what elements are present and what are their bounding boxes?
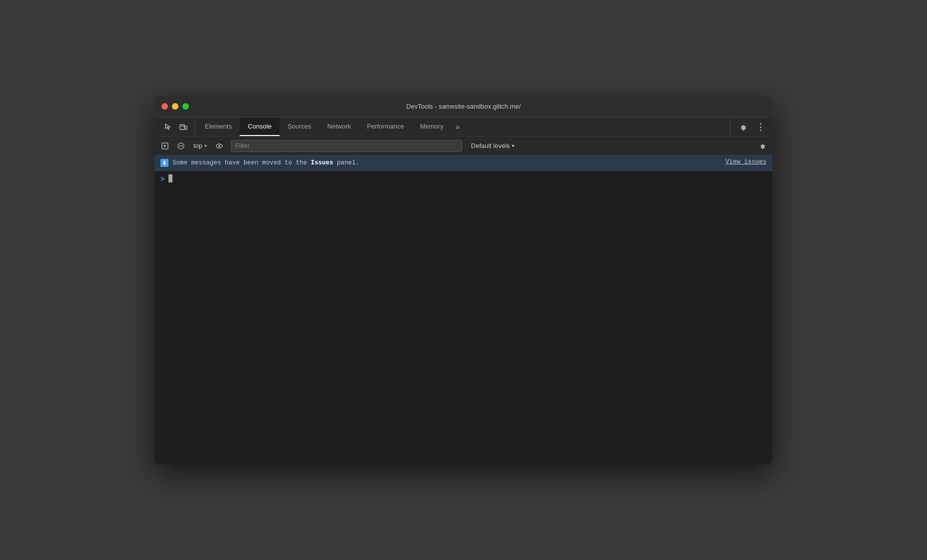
filter-input-wrap xyxy=(231,140,462,152)
console-info-message: Some messages have been moved to the Iss… xyxy=(154,155,772,171)
tab-sources[interactable]: Sources xyxy=(280,118,319,136)
window-title: DevTools - samesite-sandbox.glitch.me/ xyxy=(406,103,521,110)
tab-bar: Elements Console Sources Network Perform… xyxy=(154,118,772,137)
execute-context-icon[interactable] xyxy=(158,140,171,152)
prompt-cursor xyxy=(168,174,172,182)
clear-errors-icon[interactable] xyxy=(174,140,187,152)
more-options-icon[interactable]: ⋮ xyxy=(754,120,768,134)
info-icon xyxy=(160,159,168,167)
settings-icon[interactable] xyxy=(736,120,750,134)
context-selector[interactable]: top ▾ xyxy=(190,141,210,150)
svg-marker-5 xyxy=(164,144,166,147)
console-area: Some messages have been moved to the Iss… xyxy=(154,155,772,464)
devtools-window: DevTools - samesite-sandbox.glitch.me/ E… xyxy=(154,96,772,464)
console-message-text: Some messages have been moved to the Iss… xyxy=(172,158,721,168)
tab-memory[interactable]: Memory xyxy=(412,118,452,136)
filter-input[interactable] xyxy=(231,140,462,152)
tab-network[interactable]: Network xyxy=(319,118,359,136)
svg-rect-11 xyxy=(163,162,165,165)
svg-rect-0 xyxy=(180,125,184,130)
context-dropdown-arrow: ▾ xyxy=(204,143,207,148)
console-settings-icon[interactable] xyxy=(756,140,769,152)
live-expressions-icon[interactable] xyxy=(213,140,226,152)
svg-point-9 xyxy=(218,145,220,147)
console-prompt-line[interactable]: > xyxy=(154,171,772,187)
tab-performance[interactable]: Performance xyxy=(359,118,412,136)
tab-elements[interactable]: Elements xyxy=(197,118,240,136)
console-toolbar: top ▾ Default levels ▾ xyxy=(154,137,772,155)
title-bar: DevTools - samesite-sandbox.glitch.me/ xyxy=(154,96,772,118)
tab-bar-right: ⋮ xyxy=(730,118,772,136)
view-issues-link[interactable]: View issues xyxy=(725,158,767,165)
svg-rect-10 xyxy=(163,161,165,162)
prompt-chevron: > xyxy=(160,174,164,184)
log-levels-button[interactable]: Default levels ▾ xyxy=(467,140,518,151)
toolbar-icons xyxy=(157,118,195,136)
traffic-lights xyxy=(161,103,189,110)
svg-rect-1 xyxy=(185,126,187,130)
context-value: top xyxy=(193,142,202,149)
tab-console[interactable]: Console xyxy=(240,118,280,136)
issues-keyword: Issues xyxy=(311,159,333,166)
device-toolbar-icon[interactable] xyxy=(176,120,190,134)
inspect-element-icon[interactable] xyxy=(161,120,175,134)
tab-spacer xyxy=(464,118,730,136)
maximize-button[interactable] xyxy=(182,103,189,110)
close-button[interactable] xyxy=(161,103,168,110)
minimize-button[interactable] xyxy=(172,103,178,110)
more-tabs-button[interactable]: » xyxy=(452,118,464,136)
